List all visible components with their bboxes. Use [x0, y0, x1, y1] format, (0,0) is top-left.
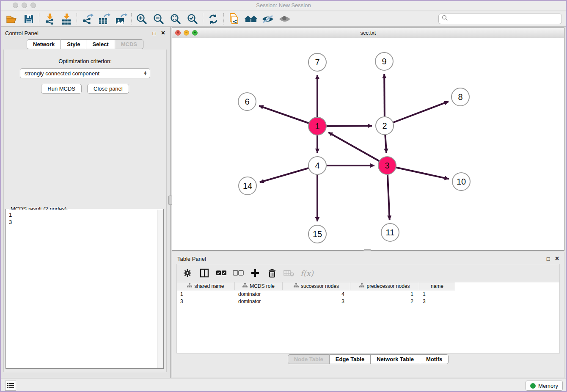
float-panel-icon[interactable]: □	[153, 30, 156, 36]
zoom-selected-icon[interactable]	[184, 12, 201, 26]
table-panel: Table Panel □ ×	[172, 252, 564, 378]
refresh-icon[interactable]	[205, 12, 222, 26]
column-header-successor-nodes[interactable]: successor nodes	[283, 282, 350, 290]
column-label: successor nodes	[301, 283, 339, 289]
node-table[interactable]: shared nameMCDS rolesuccessor nodesprede…	[176, 282, 560, 353]
column-label: predecessor nodes	[366, 283, 410, 289]
table-cell[interactable]: 4	[283, 290, 350, 298]
splitter-grabber[interactable]	[168, 196, 172, 205]
zoom-window-button[interactable]	[30, 3, 36, 8]
zoom-out-icon[interactable]	[150, 12, 167, 26]
zoom-in-icon[interactable]	[133, 12, 150, 26]
table-cell[interactable]: 2	[350, 298, 419, 305]
hide-selected-eye-icon[interactable]	[259, 12, 276, 26]
close-panel-button[interactable]: Close panel	[87, 84, 129, 94]
column-header-predecessor-nodes[interactable]: predecessor nodes	[350, 282, 419, 290]
table-cell[interactable]: 1	[177, 290, 235, 298]
network-window-titlebar[interactable]: ✕ − + scc.txt	[172, 28, 564, 38]
graph-node-label-10: 10	[457, 177, 466, 186]
mcds-result-box: MCDS result (2 nodes) 1 3	[6, 209, 164, 369]
column-header-name[interactable]: name	[419, 282, 455, 290]
tab-select[interactable]: Select	[86, 39, 115, 49]
result-scrollbar[interactable]	[157, 210, 163, 368]
import-network-icon[interactable]	[41, 12, 58, 26]
table-cell[interactable]: dominator	[235, 290, 283, 298]
tab-edge-table[interactable]: Edge Table	[330, 354, 371, 364]
toolbar-separator	[39, 13, 39, 25]
table-cell[interactable]: 3	[419, 298, 455, 305]
export-image-icon[interactable]	[113, 12, 129, 26]
copy-network-icon[interactable]	[226, 12, 242, 26]
column-type-icon	[359, 283, 364, 289]
mac-titlebar: Session: New Session	[0, 0, 567, 11]
criterion-dropdown[interactable]: strongly connected component ▲▼	[20, 68, 150, 78]
optimization-criterion-label: Optimization criterion:	[4, 58, 166, 64]
graph-edge-3-1[interactable]	[328, 133, 387, 166]
column-type-icon	[242, 283, 248, 289]
mcds-result-list[interactable]: 1 3	[6, 210, 157, 368]
network-view-title: scc.txt	[172, 30, 564, 36]
zoom-view-button[interactable]: +	[192, 30, 198, 36]
memory-button[interactable]: Memory	[526, 381, 563, 391]
task-history-button[interactable]	[5, 381, 16, 391]
view-resize-grabber[interactable]	[363, 249, 371, 251]
export-network-icon[interactable]	[79, 12, 96, 26]
table-cell[interactable]: dominator	[235, 298, 283, 305]
toolbar-separator	[223, 13, 224, 25]
tab-node-table[interactable]: Node Table	[288, 354, 330, 364]
show-all-eye-icon[interactable]	[276, 12, 293, 26]
minimize-window-button[interactable]	[22, 3, 27, 8]
graph-edge-3-10[interactable]	[387, 166, 449, 179]
column-header-MCDS-role[interactable]: MCDS role	[235, 282, 283, 290]
table-cell[interactable]: 3	[177, 298, 235, 305]
table-row[interactable]: 1dominator411	[177, 290, 559, 298]
add-column-icon[interactable]	[250, 268, 261, 279]
tab-mcds[interactable]: MCDS	[115, 39, 143, 49]
table-cell[interactable]: 3	[283, 298, 350, 305]
show-columns-icon[interactable]	[199, 268, 210, 279]
chevron-updown-icon: ▲▼	[143, 71, 147, 75]
mcds-result-item: 3	[9, 218, 154, 226]
run-mcds-button[interactable]: Run MCDS	[41, 84, 82, 94]
graph-node-label-2: 2	[382, 121, 387, 130]
graph-node-label-11: 11	[386, 228, 395, 237]
table-cell[interactable]: 1	[419, 290, 455, 298]
close-panel-icon[interactable]: ×	[161, 29, 165, 37]
tab-style[interactable]: Style	[61, 39, 86, 49]
control-panel-tabs: Network Style Select MCDS	[0, 39, 170, 49]
clear-row-selection-icon[interactable]	[233, 268, 244, 279]
float-table-panel-icon[interactable]: □	[547, 256, 550, 262]
control-panel-header: Control Panel □ ×	[0, 27, 170, 39]
table-panel-header: Table Panel □ ×	[172, 252, 564, 265]
table-row[interactable]: 3dominator323	[177, 298, 559, 305]
application-window: Session: New Session	[0, 0, 567, 392]
tab-network[interactable]: Network	[27, 39, 61, 49]
search-field[interactable]	[448, 16, 561, 22]
zoom-fit-icon[interactable]	[167, 12, 184, 26]
open-session-icon[interactable]	[3, 12, 20, 26]
close-window-button[interactable]	[13, 3, 18, 8]
tab-network-table[interactable]: Network Table	[371, 354, 420, 364]
graph-edge-2-8[interactable]	[385, 102, 449, 126]
close-table-panel-icon[interactable]: ×	[555, 255, 559, 262]
delete-table-icon	[284, 268, 295, 279]
table-cell[interactable]: 1	[350, 290, 419, 298]
table-options-gear-icon[interactable]	[182, 268, 193, 279]
save-session-icon[interactable]	[20, 12, 37, 26]
minimize-view-button[interactable]: −	[184, 30, 189, 36]
network-canvas[interactable]: 7968124314101511	[172, 38, 564, 250]
delete-column-icon[interactable]	[267, 268, 278, 279]
home-networks-icon[interactable]	[242, 12, 259, 26]
desktop-edge	[0, 0, 1, 392]
import-table-icon[interactable]	[58, 12, 75, 26]
export-table-icon[interactable]	[96, 12, 113, 26]
memory-status-dot	[530, 383, 536, 389]
close-view-button[interactable]: ✕	[175, 30, 181, 36]
search-input[interactable]	[438, 14, 562, 24]
table-toolbar: f(x)	[176, 264, 560, 282]
column-header-shared-name[interactable]: shared name	[177, 282, 235, 290]
tab-motifs[interactable]: Motifs	[420, 354, 449, 364]
criterion-value: strongly connected component	[25, 70, 99, 77]
select-all-rows-icon[interactable]	[216, 268, 227, 279]
graph-node-label-8: 8	[458, 92, 462, 102]
